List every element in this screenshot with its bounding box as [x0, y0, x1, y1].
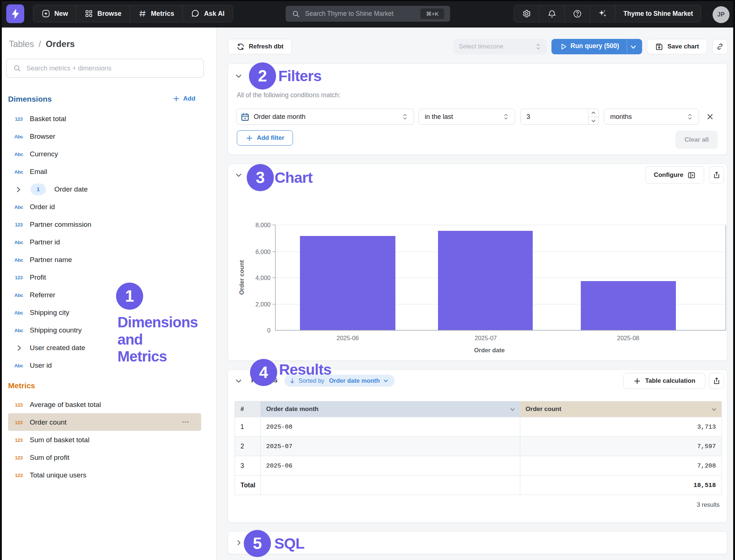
svg-text:2025-08: 2025-08	[617, 335, 640, 341]
svg-text:6,000: 6,000	[256, 248, 271, 255]
svg-text:4,000: 4,000	[256, 274, 271, 281]
svg-text:Order date: Order date	[474, 347, 504, 353]
svg-text:2025-07: 2025-07	[475, 335, 497, 341]
svg-text:0: 0	[267, 327, 271, 334]
svg-text:8,000: 8,000	[256, 222, 271, 228]
svg-text:2025-06: 2025-06	[337, 335, 359, 341]
svg-text:2,000: 2,000	[256, 301, 271, 308]
svg-text:Order count: Order count	[238, 260, 245, 295]
